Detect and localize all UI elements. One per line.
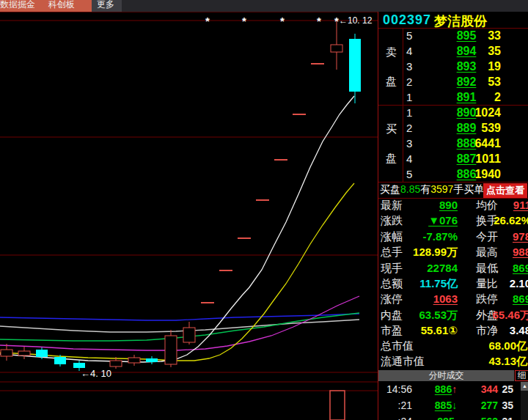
scroll-up-arrow[interactable]: ▲: [521, 382, 528, 391]
candle-up: [165, 336, 177, 364]
quote-label: 涨停: [381, 292, 403, 306]
volume-cell: 1024: [450, 106, 501, 119]
candle-down: [54, 357, 66, 364]
ma-green: [0, 313, 359, 341]
level-cell: 1: [406, 106, 412, 119]
sell-row[interactable]: 589533: [403, 29, 528, 45]
market-cap-row: 流通市值43.13亿: [378, 355, 528, 370]
sell-label: 卖: [386, 45, 397, 59]
order-alert-segment: 8.85: [400, 183, 420, 195]
tab-detail[interactable]: 细: [515, 370, 528, 381]
tick-time: 14:56: [378, 383, 412, 395]
tick-count: 31: [496, 416, 513, 420]
sell-row[interactable]: 289253: [403, 75, 528, 91]
buy-row[interactable]: 2889539: [403, 122, 528, 137]
tick-time: :21: [378, 399, 412, 411]
volume-bar: [330, 391, 345, 420]
candlestick-chart[interactable]: *****←10. 12←4. 10: [0, 0, 378, 420]
quote-value: 26.62%: [478, 214, 528, 226]
quote-value: 68.00亿: [454, 339, 527, 353]
level-cell: 3: [406, 137, 412, 150]
tick-volume: 563: [454, 416, 498, 420]
quote-value: 2.10: [478, 277, 528, 290]
quote-value: 869: [478, 262, 528, 274]
volume-cell: 2: [450, 91, 501, 104]
volume-cell: 19: [450, 60, 501, 73]
order-alert-segment: 有: [420, 183, 430, 195]
ma-yellow: [0, 183, 354, 361]
quote-value: -7.87%: [408, 230, 458, 243]
candle-up: [183, 328, 195, 342]
sell-row[interactable]: 389319: [403, 60, 528, 75]
star-marker: *: [280, 15, 285, 27]
volume-cell: 35: [450, 45, 501, 58]
buy-row[interactable]: 48871011: [403, 152, 528, 168]
tick-row: :21885↓27735: [378, 399, 521, 415]
order-alert-banner: 买盘8.85有3597手买单! 点击查看: [380, 183, 528, 197]
quote-label: 最新: [381, 199, 403, 213]
quote-label: 总手: [381, 246, 403, 259]
volume-cell: 1940: [450, 168, 501, 181]
stock-code: 002397: [383, 12, 431, 28]
candle-up: [1, 350, 12, 356]
star-marker: *: [205, 15, 210, 27]
quote-panel: 002397 梦洁股份 5895334894353893192892531891…: [378, 12, 528, 420]
buy-row[interactable]: 58861940: [403, 168, 528, 183]
level-cell: 4: [406, 45, 412, 57]
stock-title: 002397 梦洁股份: [378, 12, 528, 28]
candle-up: [110, 361, 122, 366]
divider: [378, 28, 528, 29]
quote-value: 869: [478, 292, 528, 305]
quote-value: 1063: [408, 292, 458, 305]
quote-row: 总手128.99万最高988: [378, 246, 528, 261]
order-alert-segment: 买盘: [380, 183, 400, 195]
quote-value: 63.53万: [408, 309, 458, 323]
sell-row[interactable]: 489435: [403, 45, 528, 60]
candle-down: [73, 363, 85, 368]
quote-value: 978: [478, 230, 528, 243]
order-alert-text: 买盘8.85有3597手买单!: [380, 183, 487, 195]
quote-row: 涨停1063跌停869: [378, 292, 528, 308]
sell-row[interactable]: 18912: [403, 91, 528, 106]
level-cell: 5: [406, 168, 412, 180]
sell-label: 盘: [386, 75, 397, 89]
quote-value: 22784: [408, 262, 458, 274]
quote-label: 现手: [381, 262, 403, 276]
quote-label: 涨跌: [381, 214, 403, 228]
order-alert-segment: 3597: [430, 183, 453, 195]
ma-white: [0, 96, 354, 362]
divider: [378, 105, 528, 106]
quote-row: 涨跌▼076换手26.62%: [378, 214, 528, 229]
high-annotation: ←10. 12: [339, 15, 373, 26]
quote-row: 总额11.75亿量比2.10: [378, 277, 528, 292]
candle-down: [36, 350, 48, 357]
buy-row[interactable]: 18901024: [403, 106, 528, 122]
level-cell: 5: [406, 29, 412, 42]
view-details-button[interactable]: 点击查看: [483, 183, 527, 198]
divider: [378, 182, 528, 183]
quote-value: 55.61①: [408, 324, 458, 337]
tick-volume: 344: [454, 383, 498, 395]
candle-up: [18, 351, 30, 355]
star-marker: *: [317, 15, 321, 27]
tab-time-sales[interactable]: 分时成交: [378, 370, 514, 381]
candle-down: [349, 39, 361, 92]
quote-label: 内盘: [381, 309, 403, 323]
quote-label: 总额: [381, 277, 403, 291]
volume-cell: 53: [450, 75, 501, 89]
level-cell: 2: [406, 75, 412, 88]
quote-value: 128.99万: [408, 246, 458, 259]
quote-row: 现手22784最低869: [378, 262, 528, 277]
quote-row: 涨幅-7.87%今开978: [378, 230, 528, 246]
buy-row[interactable]: 38886441: [403, 137, 528, 152]
ma-blue: [0, 314, 359, 320]
ma-magenta: [0, 296, 359, 350]
low-annotation: ←4. 10: [81, 368, 111, 379]
candle-up: [331, 45, 342, 52]
level-cell: 2: [406, 122, 412, 134]
tick-count: 35: [496, 399, 513, 411]
volume-cell: 1011: [450, 152, 501, 166]
tick-volume: 277: [454, 399, 498, 411]
quote-value: 988: [478, 246, 528, 258]
quote-value: 911: [478, 199, 528, 211]
